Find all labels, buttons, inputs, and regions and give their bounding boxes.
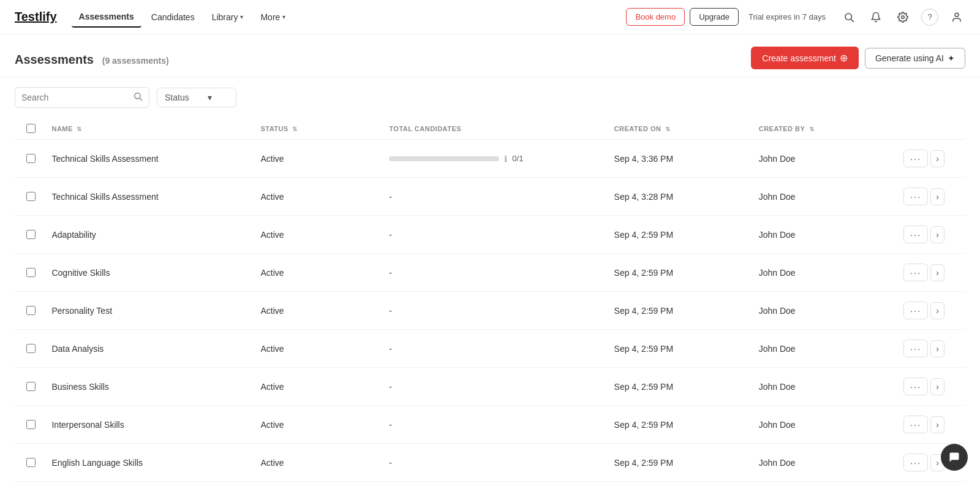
help-icon[interactable]: ? xyxy=(921,9,938,26)
row-actions: ··· › xyxy=(899,178,965,216)
row-more-button[interactable]: ··· xyxy=(903,188,929,205)
table-header-row: NAME ⇅ STATUS ⇅ TOTAL CANDIDATES CREATED… xyxy=(15,118,965,140)
nav-item-assessments[interactable]: Assessments xyxy=(72,7,141,28)
navbar: Testlify Assessments Candidates Library … xyxy=(0,0,980,34)
assessment-name: Data Analysis xyxy=(47,330,255,368)
created-by: John Doe xyxy=(754,444,899,482)
col-header-candidates: TOTAL CANDIDATES xyxy=(384,118,609,140)
row-actions: ··· › xyxy=(899,254,965,292)
created-by: John Doe xyxy=(754,368,899,406)
nav-item-library[interactable]: Library ▾ xyxy=(205,7,251,27)
assessment-name: English Language Skills xyxy=(47,444,255,482)
nav-item-more[interactable]: More ▾ xyxy=(253,7,293,27)
page-title: Assessments (9 assessments) xyxy=(15,48,169,68)
navbar-icons: ? xyxy=(840,9,965,26)
svg-point-3 xyxy=(955,13,959,17)
row-more-button[interactable]: ··· xyxy=(903,340,929,357)
table-row: English Language SkillsActive-Sep 4, 2:5… xyxy=(15,444,965,482)
search-box[interactable] xyxy=(15,87,149,108)
row-more-button[interactable]: ··· xyxy=(903,454,929,471)
table-row: AdaptabilityActive-Sep 4, 2:59 PMJohn Do… xyxy=(15,216,965,254)
library-chevron-icon: ▾ xyxy=(240,13,243,20)
settings-icon[interactable] xyxy=(894,9,911,26)
row-more-button[interactable]: ··· xyxy=(903,150,929,167)
assessment-name: Technical Skills Assessment xyxy=(47,178,255,216)
candidate-count: 0/1 xyxy=(512,154,523,163)
row-checkbox-7[interactable] xyxy=(26,420,36,429)
book-demo-button[interactable]: Book demo xyxy=(626,8,685,26)
row-checkbox-1[interactable] xyxy=(26,192,36,201)
row-open-button[interactable]: › xyxy=(930,150,944,167)
upgrade-button[interactable]: Upgrade xyxy=(690,8,739,26)
created-by: John Doe xyxy=(754,178,899,216)
table-row: Personality TestActive-Sep 4, 2:59 PMJoh… xyxy=(15,292,965,330)
bell-icon[interactable] xyxy=(867,9,884,26)
row-open-button[interactable]: › xyxy=(930,264,944,281)
row-open-button[interactable]: › xyxy=(930,188,944,205)
search-icon[interactable] xyxy=(840,9,858,26)
row-more-button[interactable]: ··· xyxy=(903,226,929,243)
row-checkbox-2[interactable] xyxy=(26,230,36,239)
row-checkbox-4[interactable] xyxy=(26,306,36,315)
chat-bubble[interactable] xyxy=(941,444,968,471)
assessment-name: Adaptability xyxy=(47,216,255,254)
total-candidates: - xyxy=(384,368,609,406)
assessment-status: Active xyxy=(255,178,384,216)
total-candidates: ℹ 0/1 xyxy=(384,140,609,178)
row-checkbox-6[interactable] xyxy=(26,382,36,391)
created-on-sort-icon[interactable]: ⇅ xyxy=(665,126,671,132)
row-checkbox-3[interactable] xyxy=(26,268,36,277)
assessment-status: Active xyxy=(255,330,384,368)
name-sort-icon[interactable]: ⇅ xyxy=(77,126,82,132)
brand-logo[interactable]: Testlify xyxy=(15,10,57,24)
more-chevron-icon: ▾ xyxy=(282,13,285,20)
status-dropdown[interactable]: Status ▾ xyxy=(157,88,236,107)
created-by-sort-icon[interactable]: ⇅ xyxy=(809,126,815,132)
row-actions: ··· › xyxy=(899,216,965,254)
row-checkbox-0[interactable] xyxy=(26,154,36,163)
search-input[interactable] xyxy=(21,93,128,102)
row-checkbox-8[interactable] xyxy=(26,458,36,467)
row-more-button[interactable]: ··· xyxy=(903,416,929,433)
row-open-button[interactable]: › xyxy=(930,378,944,395)
row-more-button[interactable]: ··· xyxy=(903,302,929,319)
row-open-button[interactable]: › xyxy=(930,302,944,319)
assessment-status: Active xyxy=(255,444,384,482)
assessment-name: Business Skills xyxy=(47,368,255,406)
created-on: Sep 4, 3:36 PM xyxy=(609,140,754,178)
row-checkbox-5[interactable] xyxy=(26,344,36,353)
assessment-status: Active xyxy=(255,368,384,406)
row-open-button[interactable]: › xyxy=(930,340,944,357)
select-all-checkbox[interactable] xyxy=(26,124,36,133)
col-header-name: NAME ⇅ xyxy=(47,118,255,140)
generate-ai-button[interactable]: Generate using AI ✦ xyxy=(865,48,965,69)
created-by: John Doe xyxy=(754,406,899,444)
assessment-name: Personality Test xyxy=(47,292,255,330)
nav-items: Assessments Candidates Library ▾ More ▾ xyxy=(72,7,293,28)
status-sort-icon[interactable]: ⇅ xyxy=(292,126,298,132)
user-icon[interactable] xyxy=(948,9,965,26)
total-candidates: - xyxy=(384,330,609,368)
table-row: Technical Skills AssessmentActive-Sep 4,… xyxy=(15,178,965,216)
created-on: Sep 4, 2:59 PM xyxy=(609,406,754,444)
create-assessment-button[interactable]: Create assessment ⊕ xyxy=(751,47,859,69)
row-actions: ··· › xyxy=(899,406,965,444)
assessments-table: NAME ⇅ STATUS ⇅ TOTAL CANDIDATES CREATED… xyxy=(15,118,965,482)
filters-row: Status ▾ xyxy=(0,77,980,118)
assessment-status: Active xyxy=(255,140,384,178)
table-row: Interpersonal SkillsActive-Sep 4, 2:59 P… xyxy=(15,406,965,444)
assessment-status: Active xyxy=(255,216,384,254)
row-more-button[interactable]: ··· xyxy=(903,264,929,281)
created-by: John Doe xyxy=(754,292,899,330)
total-candidates: - xyxy=(384,406,609,444)
nav-item-candidates[interactable]: Candidates xyxy=(144,7,202,27)
row-open-button[interactable]: › xyxy=(930,226,944,243)
row-actions: ··· › xyxy=(899,292,965,330)
created-on: Sep 4, 2:59 PM xyxy=(609,330,754,368)
created-on: Sep 4, 2:59 PM xyxy=(609,444,754,482)
total-candidates: - xyxy=(384,254,609,292)
assessment-status: Active xyxy=(255,254,384,292)
row-more-button[interactable]: ··· xyxy=(903,378,929,395)
progress-info-icon[interactable]: ℹ xyxy=(504,154,507,164)
row-open-button[interactable]: › xyxy=(930,416,944,433)
